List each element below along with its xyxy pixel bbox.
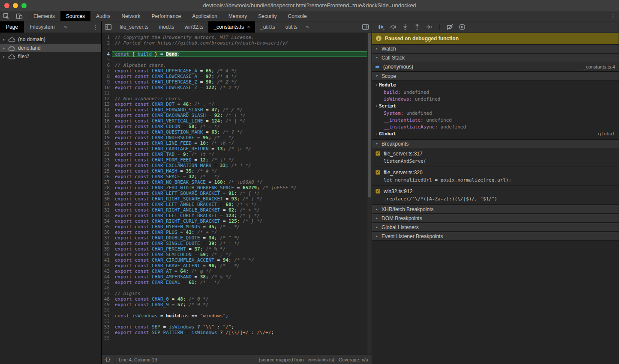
- code-line-content[interactable]: export const CHAR_LEFT_SQUARE_BRACKET = …: [112, 191, 367, 196]
- code-line-content[interactable]: [112, 335, 367, 341]
- code-line[interactable]: 38export const CHAR_SINGLE_QUOTE = 39; /…: [102, 241, 367, 246]
- code-line-content[interactable]: // Non-alphabetic chars.: [112, 96, 367, 101]
- line-number[interactable]: 19: [102, 135, 112, 140]
- line-number[interactable]: 5: [102, 57, 112, 63]
- line-number[interactable]: 42: [102, 263, 112, 269]
- line-number[interactable]: 35: [102, 224, 112, 230]
- breakpoint-entry[interactable]: ✓file_server.ts:317listenAndServe(: [372, 148, 619, 167]
- file-tab[interactable]: util.ts: [280, 21, 303, 33]
- section-event-listener-breakpoints[interactable]: ▸Event Listener Breakpoints: [372, 232, 619, 241]
- line-number[interactable]: 8: [102, 74, 112, 79]
- breakpoint-checkbox[interactable]: ✓: [376, 189, 380, 194]
- line-number[interactable]: 9: [102, 79, 112, 85]
- step-out-icon[interactable]: [412, 23, 422, 31]
- code-line-content[interactable]: // Digits: [112, 291, 367, 296]
- tree-item[interactable]: ▸file://: [0, 52, 101, 61]
- line-number[interactable]: 16: [102, 118, 112, 124]
- line-number[interactable]: 30: [102, 196, 112, 202]
- line-number[interactable]: 14: [102, 107, 112, 113]
- code-line[interactable]: 55: [102, 335, 367, 341]
- code-line-content[interactable]: export const CHAR_HASH = 35; /* # */: [112, 168, 367, 174]
- line-number[interactable]: 13: [102, 101, 112, 107]
- file-tab[interactable]: _util.ts: [255, 21, 280, 33]
- line-number[interactable]: 4: [102, 51, 112, 57]
- tab-console[interactable]: Console: [282, 11, 313, 21]
- line-number[interactable]: 7: [102, 68, 112, 74]
- section-xhr-fetch-breakpoints[interactable]: ▸XHR/fetch Breakpoints: [372, 205, 619, 214]
- code-line-content[interactable]: export const CHAR_TAB = 9; /* \t */: [112, 152, 367, 157]
- code-line-content[interactable]: [112, 319, 367, 324]
- code-line[interactable]: 10export const CHAR_LOWERCASE_Z = 122; /…: [102, 85, 367, 90]
- code-line-content[interactable]: export const CHAR_PLUS = 43; /* + */: [112, 230, 367, 235]
- code-line-content[interactable]: [112, 46, 367, 51]
- line-number[interactable]: 23: [102, 157, 112, 163]
- code-editor[interactable]: 1// Copyright the Browserify authors. MI…: [102, 33, 372, 355]
- code-line[interactable]: 19export const CHAR_UNDERSCORE = 95; /* …: [102, 135, 367, 140]
- code-line[interactable]: 18export const CHAR_QUESTION_MARK = 63; …: [102, 129, 367, 135]
- code-line[interactable]: 45export const CHAR_EQUAL = 61; /* = */: [102, 280, 367, 285]
- code-line[interactable]: 3: [102, 46, 367, 51]
- deactivate-breakpoints-icon[interactable]: [445, 23, 455, 31]
- tab-network[interactable]: Network: [116, 11, 146, 21]
- call-stack-frame[interactable]: (anonymous)_constants.ts:4: [372, 62, 619, 72]
- zoom-window-button[interactable]: [21, 3, 27, 8]
- code-line-content[interactable]: export const SEP_PATTERN = isWindows ? /…: [112, 330, 367, 335]
- code-line[interactable]: 29export const CHAR_LEFT_SQUARE_BRACKET …: [102, 191, 367, 196]
- file-tab[interactable]: win32.ts: [179, 21, 208, 33]
- code-line-content[interactable]: export const CHAR_RIGHT_CURLY_BRACKET = …: [112, 218, 367, 224]
- line-number[interactable]: 20: [102, 140, 112, 146]
- code-line-content[interactable]: export const CHAR_COLON = 58; /* : */: [112, 124, 367, 129]
- code-line[interactable]: 4const { build } = Deno;: [102, 51, 367, 57]
- editor-scrollbar[interactable]: [367, 33, 372, 355]
- code-line-content[interactable]: export const CHAR_HYPHEN_MINUS = 45; /* …: [112, 224, 367, 230]
- line-number[interactable]: 38: [102, 241, 112, 246]
- code-line-content[interactable]: export const CHAR_SINGLE_QUOTE = 39; /* …: [112, 241, 367, 246]
- code-line[interactable]: 49export const CHAR_9 = 57; /* 9 */: [102, 302, 367, 307]
- code-line-content[interactable]: export const SEP = isWindows ? "\\" : "/…: [112, 324, 367, 330]
- code-line-content[interactable]: export const CHAR_AMPERSAND = 38; /* & *…: [112, 274, 367, 280]
- resume-icon[interactable]: [376, 23, 386, 31]
- code-line-content[interactable]: export const CHAR_VERTICAL_LINE = 124; /…: [112, 118, 367, 124]
- breakpoint-checkbox[interactable]: ✓: [376, 170, 380, 175]
- code-line[interactable]: 44export const CHAR_AMPERSAND = 38; /* &…: [102, 274, 367, 280]
- code-line[interactable]: 32export const CHAR_RIGHT_ANGLE_BRACKET …: [102, 207, 367, 213]
- code-line-content[interactable]: export const CHAR_EXCLAMATION_MARK = 33;…: [112, 163, 367, 168]
- code-line-content[interactable]: export const CHAR_LEFT_ANGLE_BRACKET = 6…: [112, 202, 367, 207]
- code-line-content[interactable]: export const CHAR_LEFT_CURLY_BRACKET = 1…: [112, 213, 367, 218]
- scope-property[interactable]: __instantiate: undefined: [372, 116, 619, 123]
- line-number[interactable]: 53: [102, 324, 112, 330]
- code-line[interactable]: 35export const CHAR_HYPHEN_MINUS = 45; /…: [102, 224, 367, 230]
- code-line[interactable]: 52: [102, 319, 367, 324]
- code-line[interactable]: 24export const CHAR_EXCLAMATION_MARK = 3…: [102, 163, 367, 168]
- code-line[interactable]: 43export const CHAR_AT = 64; /* @ */: [102, 269, 367, 274]
- file-tab[interactable]: file_server.ts: [114, 21, 153, 33]
- tab-memory[interactable]: Memory: [223, 11, 252, 21]
- line-number[interactable]: 12: [102, 96, 112, 101]
- tab-audits[interactable]: Audits: [90, 11, 116, 21]
- tab-elements[interactable]: Elements: [28, 11, 60, 21]
- scope-property[interactable]: isWindows: undefined: [372, 95, 619, 102]
- line-number[interactable]: 11: [102, 90, 112, 96]
- line-number[interactable]: 24: [102, 163, 112, 168]
- code-line-content[interactable]: export const CHAR_0 = 48; /* 0 */: [112, 296, 367, 302]
- tree-item[interactable]: ▸deno.land: [0, 44, 101, 52]
- code-line[interactable]: 11: [102, 90, 367, 96]
- section-call-stack[interactable]: ▾ Call Stack: [372, 53, 619, 62]
- line-number[interactable]: 22: [102, 152, 112, 157]
- code-line[interactable]: 54export const SEP_PATTERN = isWindows ?…: [102, 330, 367, 335]
- code-line-content[interactable]: export const CHAR_UNDERSCORE = 95; /* _ …: [112, 135, 367, 140]
- code-line-content[interactable]: [112, 57, 367, 63]
- code-line-content[interactable]: export const CHAR_NO_BREAK_SPACE = 160; …: [112, 179, 367, 185]
- breakpoint-entry[interactable]: ✓win32.ts:912.replace(/^\/*([A-Za-z]:)(\…: [372, 186, 619, 205]
- navigator-tab-filesystem[interactable]: Filesystem: [24, 21, 60, 33]
- code-line[interactable]: 27export const CHAR_NO_BREAK_SPACE = 160…: [102, 179, 367, 185]
- scope-group-script[interactable]: ▾Script: [372, 102, 619, 110]
- step-over-icon[interactable]: [388, 23, 398, 31]
- line-number[interactable]: 51: [102, 313, 112, 319]
- code-line-content[interactable]: export const CHAR_AT = 64; /* @ */: [112, 269, 367, 274]
- code-line[interactable]: 17export const CHAR_COLON = 58; /* : */: [102, 124, 367, 129]
- line-number[interactable]: 54: [102, 330, 112, 335]
- pause-on-exceptions-icon[interactable]: [457, 23, 467, 31]
- tree-item[interactable]: ▸(no domain): [0, 35, 101, 44]
- code-line-content[interactable]: export const CHAR_EQUAL = 61; /* = */: [112, 280, 367, 285]
